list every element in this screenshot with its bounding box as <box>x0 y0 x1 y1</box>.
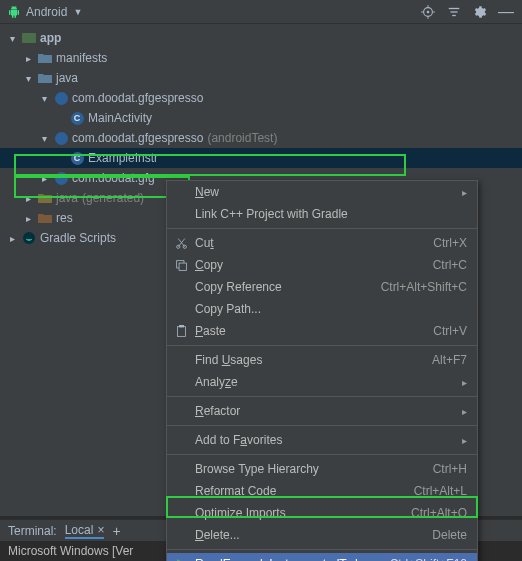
copy-icon <box>173 257 189 273</box>
dropdown-arrow: ▼ <box>73 7 82 17</box>
menu-item-run[interactable]: Run 'ExampleInstrumentedT...'Ctrl+Shift+… <box>167 553 477 561</box>
svg-rect-16 <box>179 263 186 270</box>
menu-item-copy-reference[interactable]: Copy ReferenceCtrl+Alt+Shift+C <box>167 276 477 298</box>
folder-generated-icon <box>38 191 52 205</box>
run-icon <box>173 556 189 561</box>
tree-suffix: (generated) <box>82 191 144 205</box>
menu-separator <box>167 396 477 397</box>
menu-item-link-cpp[interactable]: Link C++ Project with Gradle <box>167 203 477 225</box>
tree-node-app[interactable]: app <box>0 28 522 48</box>
package-icon <box>54 91 68 105</box>
tree-suffix: (androidTest) <box>207 131 277 145</box>
add-terminal-icon[interactable]: + <box>112 523 120 539</box>
menu-separator <box>167 425 477 426</box>
tree-label: res <box>56 211 73 225</box>
panel-title-text: Android <box>26 5 67 19</box>
tree-label: ExampleInstr <box>88 151 158 165</box>
folder-icon <box>38 51 52 65</box>
target-icon[interactable] <box>420 4 436 20</box>
menu-item-copy-path[interactable]: Copy Path... <box>167 298 477 320</box>
menu-item-reformat-code[interactable]: Reformat CodeCtrl+Alt+L <box>167 480 477 502</box>
package-icon <box>54 171 68 185</box>
menu-item-refactor[interactable]: Refactor <box>167 400 477 422</box>
folder-icon <box>38 71 52 85</box>
menu-separator <box>167 228 477 229</box>
tree-node-package[interactable]: com.doodat.gfgespresso <box>0 88 522 108</box>
menu-item-delete[interactable]: Delete...Delete <box>167 524 477 546</box>
tree-node-selected[interactable]: C ExampleInstr <box>0 148 522 168</box>
tree-node-package-androidtest[interactable]: com.doodat.gfgespresso (androidTest) <box>0 128 522 148</box>
menu-item-new[interactable]: NNewew <box>167 181 477 203</box>
menu-item-analyze[interactable]: Analyze <box>167 371 477 393</box>
class-icon: C <box>70 111 84 125</box>
filter-icon[interactable] <box>446 4 462 20</box>
package-icon <box>54 131 68 145</box>
tree-node-manifests[interactable]: manifests <box>0 48 522 68</box>
tree-label: com.doodat.gfg <box>72 171 155 185</box>
module-icon <box>22 31 36 45</box>
menu-item-browse-type-hierarchy[interactable]: Browse Type HierarchyCtrl+H <box>167 458 477 480</box>
close-icon[interactable]: × <box>97 523 104 537</box>
tree-label: java <box>56 71 78 85</box>
cut-icon <box>173 235 189 251</box>
class-icon: C <box>70 151 84 165</box>
folder-res-icon <box>38 211 52 225</box>
svg-point-1 <box>427 10 430 13</box>
svg-rect-17 <box>177 326 185 336</box>
terminal-label: Terminal: <box>8 524 57 538</box>
tree-label: java <box>56 191 78 205</box>
context-menu: NNewew Link C++ Project with Gradle CutC… <box>166 180 478 561</box>
panel-title[interactable]: Android ▼ <box>8 5 82 19</box>
android-icon <box>8 6 20 18</box>
menu-item-paste[interactable]: PasteCtrl+V <box>167 320 477 342</box>
tree-label: app <box>40 31 61 45</box>
menu-item-find-usages[interactable]: Find UsagesAlt+F7 <box>167 349 477 371</box>
tree-label: manifests <box>56 51 107 65</box>
menu-item-cut[interactable]: CutCtrl+X <box>167 232 477 254</box>
tree-label: MainActivity <box>88 111 152 125</box>
terminal-tab[interactable]: Local × <box>65 523 105 539</box>
tree-label: com.doodat.gfgespresso <box>72 91 203 105</box>
paste-icon <box>173 323 189 339</box>
menu-item-add-favorites[interactable]: Add to Favorites <box>167 429 477 451</box>
menu-separator <box>167 345 477 346</box>
tree-node-java[interactable]: java <box>0 68 522 88</box>
tree-label: com.doodat.gfgespresso <box>72 131 203 145</box>
svg-rect-18 <box>179 325 184 327</box>
svg-point-10 <box>23 232 35 244</box>
gradle-icon <box>22 231 36 245</box>
tree-node-class[interactable]: C MainActivity <box>0 108 522 128</box>
tree-label: Gradle Scripts <box>40 231 116 245</box>
menu-separator <box>167 549 477 550</box>
menu-item-optimize-imports[interactable]: Optimize ImportsCtrl+Alt+O <box>167 502 477 524</box>
svg-rect-9 <box>22 33 36 43</box>
gear-icon[interactable] <box>472 4 488 20</box>
minimize-icon[interactable]: — <box>498 4 514 20</box>
menu-item-copy[interactable]: CopyCtrl+C <box>167 254 477 276</box>
menu-separator <box>167 454 477 455</box>
